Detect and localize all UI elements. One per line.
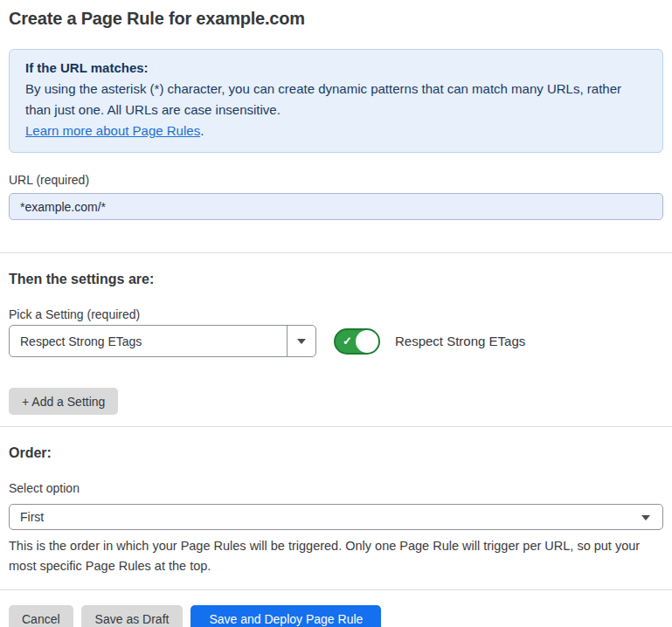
check-icon: ✓ [343,335,352,347]
page-rule-form: Create a Page Rule for example.com If th… [0,9,672,627]
save-and-deploy-button[interactable]: Save and Deploy Page Rule [191,605,381,627]
url-input[interactable] [9,193,663,220]
save-as-draft-button[interactable]: Save as Draft [81,605,184,627]
setting-dropdown-value: Respect Strong ETags [10,326,287,356]
settings-section-heading: Then the settings are: [9,272,663,287]
setting-picker-label: Pick a Setting (required) [9,307,663,321]
toggle-knob [356,330,378,353]
info-box-body: By using the asterisk (*) character, you… [25,79,647,121]
link-suffix: . [200,123,204,138]
order-helper-text: This is the order in which your Page Rul… [9,536,660,576]
info-box-link-line: Learn more about Page Rules. [25,121,647,141]
order-section-heading: Order: [9,445,663,461]
url-field-label: URL (required) [9,173,663,187]
order-select[interactable]: First [9,504,663,530]
setting-toggle-label: Respect Strong ETags [395,334,525,348]
url-match-info-box: If the URL matches: By using the asteris… [9,49,663,153]
caret-down-icon [297,339,306,344]
page-title: Create a Page Rule for example.com [9,9,663,29]
section-divider [0,252,672,253]
form-actions: Cancel Save as Draft Save and Deploy Pag… [9,605,663,627]
setting-toggle[interactable]: ✓ [334,328,380,355]
section-divider [0,589,672,590]
info-box-heading: If the URL matches: [25,58,647,79]
setting-dropdown-arrow-button[interactable] [287,326,315,356]
setting-dropdown[interactable]: Respect Strong ETags [9,325,316,357]
section-divider [0,426,672,427]
setting-row: Respect Strong ETags ✓ Respect Strong ET… [9,325,663,357]
order-select-label: Select option [9,481,663,495]
caret-down-icon [641,515,650,520]
order-select-value: First [10,510,44,524]
learn-more-link[interactable]: Learn more about Page Rules [25,123,200,138]
add-setting-button[interactable]: + Add a Setting [9,388,118,415]
cancel-button[interactable]: Cancel [9,605,73,627]
